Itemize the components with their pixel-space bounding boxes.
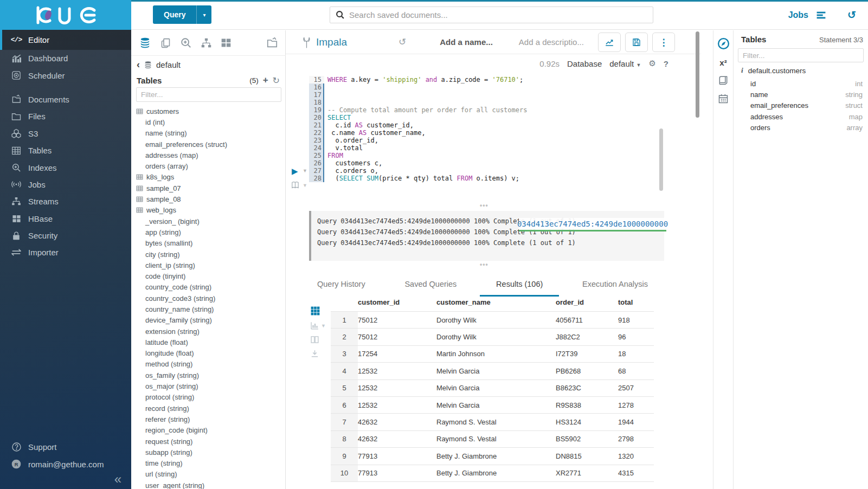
column-item[interactable]: time (string) [136,458,284,469]
active-table-ref[interactable]: i default.customers [741,66,806,75]
execute-caret-icon[interactable]: ▼ [303,168,307,173]
column-item[interactable]: city (string) [136,249,284,260]
column-item[interactable]: protocol (string) [136,392,284,403]
column-item[interactable]: os_major (string) [136,381,284,391]
databases-icon[interactable] [139,37,151,49]
column-item[interactable]: longitude (float) [136,348,284,359]
query-description-field[interactable]: Add a descriptio... [519,37,584,47]
apps-assist-icon[interactable] [221,37,232,48]
column-item[interactable]: app (string) [136,227,284,237]
sidebar-item-tables[interactable]: Tables [0,142,131,159]
add-table-icon[interactable]: + [263,75,268,86]
code-line-20[interactable]: 20SELECT [309,114,527,121]
column-header-customer_id[interactable]: customer_id [358,295,436,312]
sidebar-item-importer[interactable]: Importer [0,244,131,261]
query-button-label[interactable]: Query [153,5,196,24]
code-line-17[interactable]: 17 [309,91,527,99]
column-item[interactable]: method (string) [136,359,284,370]
document-search[interactable] [330,7,653,23]
query-button[interactable]: Query ▾ [153,5,211,24]
refresh-tables-icon[interactable]: ↻ [273,75,280,86]
save-button[interactable] [625,33,648,52]
table-item-customers[interactable]: customers [136,106,284,117]
column-item[interactable]: orders (array) [136,160,284,171]
schedule-calendar-icon[interactable] [718,93,729,104]
column-item[interactable]: country_code3 (string) [136,293,284,304]
right-column-email_preferences[interactable]: email_preferencesstruct [738,100,863,111]
code-line-21[interactable]: 21 c.id AS customer_id, [309,121,527,129]
jobs-link[interactable]: Jobs [788,10,808,20]
explain-caret-icon[interactable]: ▼ [303,183,307,188]
code-line-26[interactable]: 26 customers c, [309,159,527,167]
sidebar-item-streams[interactable]: Streams [0,193,131,210]
query-name-field[interactable]: Add a name... [440,37,493,47]
code-line-24[interactable]: 24 v.total [309,144,527,152]
chart-button[interactable] [598,33,621,52]
functions-icon[interactable]: x² [719,58,726,67]
sidebar-item-security[interactable]: Security [0,227,131,244]
column-item[interactable]: country_code (string) [136,282,284,293]
code-line-18[interactable]: 18 [309,99,527,106]
sidebar-item-dashboard[interactable]: Dashboard [0,50,131,67]
column-item[interactable]: referer (string) [136,414,284,424]
column-header-total[interactable]: total [618,295,654,312]
column-item[interactable]: name (string) [136,128,284,139]
code-line-19[interactable]: 19-- Compute total amount per order for … [309,106,527,114]
tab-saved-queries[interactable]: Saved Queries [388,274,473,297]
columns-view-icon[interactable] [310,335,319,344]
code-line-22[interactable]: 22 c.name AS customer_name, [309,129,527,137]
sql-editor[interactable]: 15WHERE a.key = 'shipping' and a.zip_cod… [309,76,527,182]
help-icon[interactable]: ? [664,59,668,68]
editor-assistant-icon[interactable] [717,37,730,50]
job-id-link[interactable]: 034d413ec7474ed5:4249de1000000000 [519,218,666,231]
table-item-k8s_logs[interactable]: k8s_logs [136,172,284,183]
sidebar-footer-support[interactable]: Support [0,439,131,455]
sidebar-item-editor[interactable]: </>Editor [0,30,131,50]
column-header-order_id[interactable]: order_id [556,295,618,312]
sidebar-item-files[interactable]: Files [0,108,131,125]
code-line-27[interactable]: 27 c.orders o, [309,167,527,175]
search-assist-icon[interactable] [180,37,192,49]
column-item[interactable]: id (int) [136,117,284,127]
column-item[interactable]: record (string) [136,403,284,414]
column-item[interactable]: os_family (string) [136,370,284,381]
column-item[interactable]: device_family (string) [136,315,284,326]
jobs-list-icon[interactable] [816,11,826,20]
code-line-23[interactable]: 23 o.order_id, [309,137,527,144]
resize-handle-top[interactable]: ••• [480,202,488,209]
column-item[interactable]: latitude (float) [136,337,284,348]
engine-name[interactable]: Impala [316,36,347,48]
sidebar-item-documents[interactable]: Documents [0,91,131,108]
grid-view-icon[interactable] [310,306,320,316]
code-line-16[interactable]: 16 [309,83,527,91]
right-column-addresses[interactable]: addressesmap [738,111,863,122]
language-reference-icon[interactable] [718,75,729,86]
back-chevron-icon[interactable]: ‹ [137,59,140,70]
editor-scrollbar[interactable] [659,128,663,191]
tab-execution-analysis[interactable]: Execution Analysis [566,274,664,297]
column-item[interactable]: client_ip (string) [136,260,284,271]
column-item[interactable]: request (string) [136,436,284,447]
column-item[interactable]: url (string) [136,469,284,480]
right-column-name[interactable]: namestring [738,89,863,100]
explain-icon[interactable] [291,181,300,189]
chart-view-icon[interactable]: ▼ [310,321,326,330]
column-header-customer_name[interactable]: customer_name [436,295,556,312]
table-item-sample_07[interactable]: sample_07 [136,183,284,194]
sidebar-collapse-icon[interactable]: « [114,472,121,487]
sidebar-item-indexes[interactable]: Indexes [0,159,131,176]
tab-results-[interactable]: Results (106) [480,274,559,297]
projects-folder-icon[interactable] [266,37,278,49]
table-filter-input[interactable] [136,87,281,102]
sidebar-footer-romain[interactable]: Rromain@gethue.com [0,456,131,473]
sidebar-item-scheduler[interactable]: Scheduler [0,67,131,83]
column-item[interactable]: addresses (map) [136,150,284,160]
documents-assist-icon[interactable] [160,37,171,49]
more-actions-button[interactable]: ⋮ [652,33,675,52]
search-input[interactable] [349,10,647,20]
download-icon[interactable] [310,349,319,358]
column-item[interactable]: bytes (smallint) [136,238,284,249]
column-item[interactable]: region_code (bigint) [136,425,284,436]
right-column-id[interactable]: idint [738,78,863,89]
sidebar-item-s3[interactable]: S3 [0,125,131,142]
